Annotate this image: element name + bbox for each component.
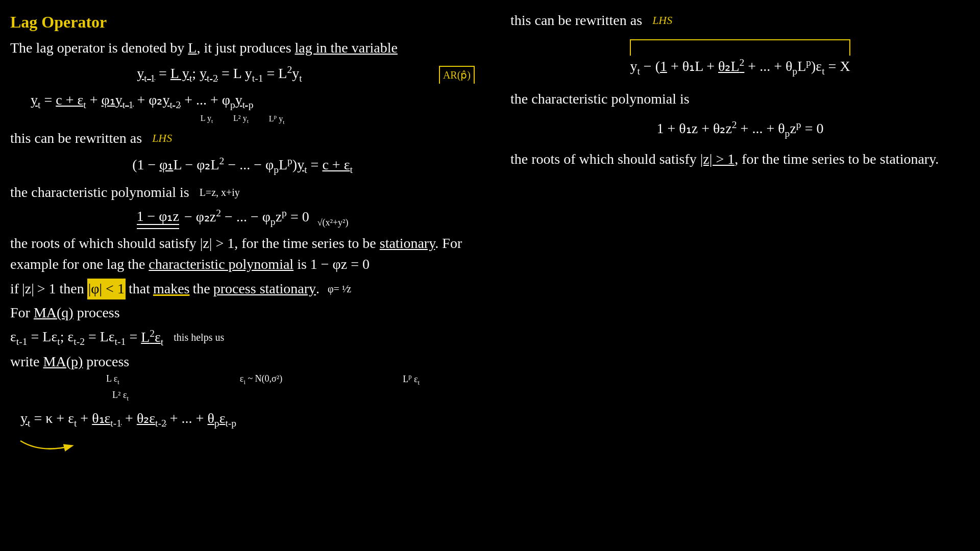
l-eps-t: L εt	[106, 372, 119, 387]
char-poly-row: the characteristic polynomial is L=z, x+…	[10, 182, 475, 203]
curved-arrow-svg	[10, 436, 102, 456]
ma-eq1: εt-1 = Lεt; εt-2 = Lεt-1 = L2εt	[10, 326, 163, 349]
ma-helps-text: this helps us	[174, 330, 224, 345]
eq3: (1 − φ₁L − φ₂L2 − ... − φpLp)yt = c + εt	[10, 154, 475, 177]
process-stationary: process stationary	[213, 279, 316, 299]
eq4-row: 1 − φ₁z − φ₂z2 − ... − φpzp = 0 √(x²+y²)	[10, 206, 475, 229]
sqrt-annot: √(x²+y²)	[317, 216, 349, 229]
page-title: Lag Operator	[10, 10, 475, 34]
write-ma: write MA(p) process	[10, 352, 475, 372]
l2-eps-t-2: L² εt	[112, 388, 129, 403]
overbrace-label	[630, 39, 850, 56]
right-column: this can be rewritten as LHS yt − (1 + θ…	[500, 5, 970, 546]
ma-intro: For MA(q) process	[10, 303, 475, 323]
right-char-poly-label: the characteristic polynomial is	[510, 89, 970, 110]
eq1: yt-1 = L yt; yt-2 = L yt-1 = L2yt	[10, 63, 429, 86]
ma-eq1-row: εt-1 = Lεt; εt-2 = Lεt-1 = L2εt this hel…	[10, 326, 475, 349]
arrow-annotation	[10, 436, 475, 462]
right-roots-text: the roots of which should satisfy |z| > …	[510, 149, 970, 170]
ma-annotations-row: L εt εi ~ N(0,σ²) Lp εt	[51, 372, 475, 387]
phi-highlight: |φ| < 1	[87, 279, 126, 299]
rewrite-label-row: this can be rewritten as LHS	[10, 128, 475, 149]
right-eq1: yt − (1 + θ₁L + θ₂L2 + ... + θpLp)εt = X	[630, 56, 850, 79]
overbrace-group: yt − (1 + θ₁L + θ₂L2 + ... + θpLp)εt = X	[630, 39, 850, 79]
phi-eq-annot: φ= ¹⁄z	[328, 282, 351, 296]
page-layout: Lag Operator The lag operator is denoted…	[10, 5, 970, 546]
right-rewrite-row: this can be rewritten as LHS	[510, 10, 970, 31]
eq2: yt = c + εt + φ₁yt-1 + φ₂yt-2 + ... + φp…	[31, 90, 475, 112]
lhs-left: LHS	[152, 130, 172, 146]
intro-text: The lag operator is denoted by L, it jus…	[10, 38, 475, 59]
ma-annotations-row2: L² εt	[112, 388, 475, 403]
eq2-annotations: L yt L² yt Lp yt	[10, 112, 475, 126]
right-lhs: LHS	[652, 12, 672, 29]
right-eq1-container: yt − (1 + θ₁L + θ₂L2 + ... + θpLp)εt = X	[510, 36, 970, 81]
makes-underline: makes	[153, 279, 190, 299]
roots-text-left: the roots of which should satisfy |z| > …	[10, 233, 475, 274]
left-column: Lag Operator The lag operator is denoted…	[10, 5, 480, 546]
ar-annotation: AR(p̂)	[439, 64, 475, 85]
rewrite-text-left: this can be rewritten as	[10, 128, 142, 149]
if-condition-row: if |z| > 1 then |φ| < 1 that makes the p…	[10, 279, 475, 299]
iz-text: |z|	[22, 279, 34, 299]
lp-eps-t: Lp εt	[403, 372, 420, 387]
l2-eps-t: εi ~ N(0,σ²)	[240, 372, 282, 387]
eq4-bracket: 1 − φ₁z	[137, 206, 179, 229]
ma-eq2: yt = κ + εt + θ₁εt-1 + θ₂εt-2 + ... + θp…	[20, 408, 475, 431]
right-eq2: 1 + θ₁z + θ₂z2 + ... + θpzp = 0	[510, 118, 970, 141]
char-poly-text-left: the characteristic polynomial is	[10, 182, 189, 203]
right-rewrite-text: this can be rewritten as	[510, 10, 642, 31]
char-poly-annot: L=z, x+iy	[200, 185, 240, 200]
eq4-rest: − φ₂z2 − ... − φpzp = 0	[184, 206, 309, 229]
